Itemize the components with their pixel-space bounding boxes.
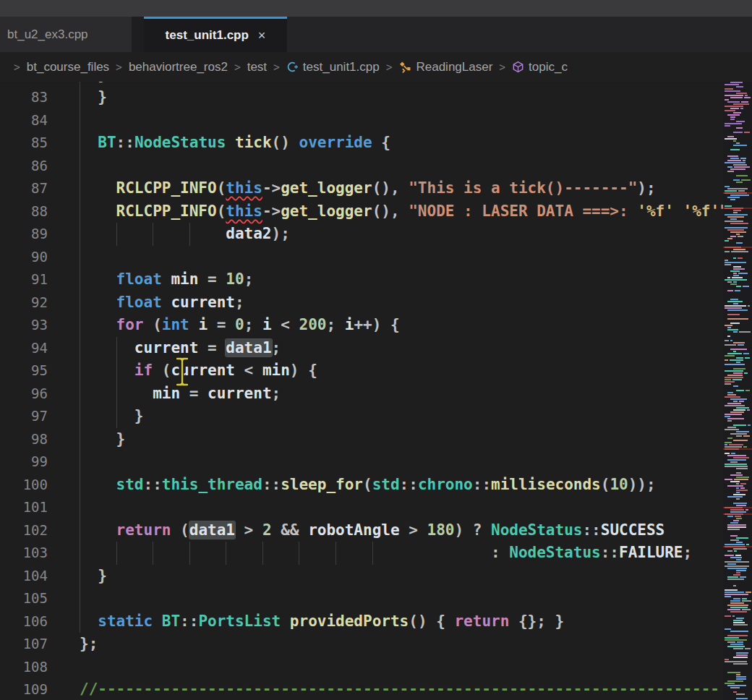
minimap-line — [732, 277, 743, 278]
minimap-line — [730, 158, 739, 159]
code-line[interactable]: 95 if (current < min) { — [0, 359, 723, 383]
minimap-line — [738, 344, 745, 346]
minimap-line — [730, 522, 738, 524]
minimap-line — [736, 435, 742, 437]
minimap-line — [748, 424, 751, 426]
minimap-line — [725, 307, 742, 309]
code-line[interactable]: 104 } — [0, 565, 723, 588]
class-icon — [398, 61, 411, 73]
minimap-line — [727, 353, 742, 354]
minimap-line — [725, 589, 738, 591]
breadcrumb-item-test[interactable]: test — [247, 60, 267, 74]
code-line[interactable]: 86 — [0, 155, 723, 178]
code-line[interactable]: 93 for (int i = 0; i < 200; i++) { — [0, 314, 723, 337]
minimap-line — [733, 372, 743, 374]
minimap-line — [725, 381, 735, 383]
breadcrumb-item-topic-c[interactable]: topic_c — [512, 60, 568, 74]
minimap-line — [736, 537, 748, 539]
minimap-line — [727, 314, 740, 315]
code-line[interactable]: 108 — [0, 656, 723, 679]
minimap-line — [725, 190, 737, 192]
minimap-line — [725, 186, 730, 187]
code-line[interactable]: 83 } — [0, 86, 723, 109]
code-line[interactable]: 106 static BT::PortsList providedPorts()… — [0, 610, 723, 633]
minimap-line — [733, 401, 738, 402]
breadcrumb: >bt_course_files>behaviortree_ros2>test>… — [0, 52, 752, 82]
code-line[interactable]: 109//-----------------------------------… — [0, 678, 723, 700]
minimap-line — [730, 611, 747, 612]
minimap-line — [725, 416, 730, 417]
field-icon — [512, 61, 524, 73]
minimap-line — [725, 205, 732, 207]
minimap-line — [727, 216, 744, 218]
minimap-line — [736, 693, 745, 695]
minimap-line — [725, 359, 728, 361]
indent-guide — [80, 587, 80, 610]
minimap-line — [738, 236, 743, 237]
line-number: 95 — [0, 359, 48, 383]
code-line[interactable]: 101 — [0, 496, 723, 519]
minimap-line — [727, 101, 740, 103]
minimap-line — [733, 691, 737, 693]
code-line[interactable]: 107}; — [0, 633, 723, 656]
code-line[interactable]: 105 — [0, 587, 723, 610]
breadcrumb-item-behaviortree-ros2[interactable]: behaviortree_ros2 — [129, 60, 228, 74]
minimap[interactable] — [723, 82, 752, 700]
minimap-line — [725, 637, 739, 639]
minimap-line — [725, 227, 748, 229]
minimap-line — [725, 442, 732, 443]
line-number: 105 — [0, 587, 48, 610]
close-tab-icon[interactable]: × — [258, 28, 266, 43]
minimap-line — [744, 97, 751, 98]
code-line[interactable]: 97 } — [0, 405, 723, 428]
code-line[interactable]: 88 RCLCPP_INFO(this->get_logger(), "NODE… — [0, 200, 723, 223]
minimap-line — [733, 249, 745, 250]
minimap-line — [732, 379, 742, 380]
minimap-line — [741, 101, 748, 103]
code-line[interactable]: 85 BT::NodeStatus tick() override { — [0, 132, 723, 155]
minimap-line — [748, 305, 750, 307]
minimap-line — [725, 639, 747, 641]
code-line[interactable]: 100 std::this_thread::sleep_for(std::chr… — [0, 474, 723, 497]
code-line[interactable]: 90 — [0, 246, 723, 269]
minimap-line — [736, 407, 749, 409]
code-line[interactable]: 89 data2); — [0, 223, 723, 246]
breadcrumb-item-test-unit1-cpp[interactable]: test_unit1.cpp — [286, 60, 380, 74]
minimap-line — [733, 132, 743, 133]
minimap-line — [730, 607, 748, 608]
minimap-line — [725, 429, 739, 430]
minimap-line — [730, 323, 740, 324]
code-line[interactable]: 102 return (data1 > 2 && robotAngle > 18… — [0, 519, 723, 542]
line-number: 101 — [0, 496, 48, 519]
minimap-line — [727, 576, 738, 578]
code-line[interactable]: 103 : NodeStatus::FAILURE; — [0, 542, 723, 565]
breadcrumb-item-bt-course-files[interactable]: bt_course_files — [27, 60, 109, 74]
vscode-window: bt_u2_ex3.cpp test_unit1.cpp × >bt_cours… — [0, 0, 752, 700]
minimap-line — [736, 242, 743, 244]
minimap-line — [733, 657, 748, 658]
code-line[interactable]: 94 current = data1; — [0, 337, 723, 360]
minimap-line — [733, 103, 749, 105]
minimap-line — [733, 273, 737, 274]
breadcrumb-item-readinglaser[interactable]: ReadingLaser — [398, 60, 492, 74]
line-number: 89 — [0, 223, 48, 246]
title-bar — [0, 0, 752, 17]
code-line[interactable]: 87 RCLCPP_INFO(this->get_logger(), "This… — [0, 177, 723, 200]
minimap-line — [736, 559, 741, 560]
code-line[interactable]: 92 float current; — [0, 291, 723, 315]
indent-guide — [80, 451, 80, 474]
indent-guide — [80, 155, 80, 178]
editor-code-area[interactable]: 82 } );83 }8485 BT::NodeStatus tick() ov… — [0, 82, 723, 700]
code-line[interactable]: 91 float min = 10; — [0, 268, 723, 291]
line-number: 98 — [0, 428, 48, 451]
minimap-line — [727, 529, 740, 530]
tab-test-unit1[interactable]: test_unit1.cpp × — [144, 17, 287, 52]
code-line[interactable]: 96 min = current; — [0, 383, 723, 406]
tab-bt-u2-ex3[interactable]: bt_u2_ex3.cpp — [0, 17, 132, 52]
code-line[interactable]: 84 — [0, 109, 723, 132]
minimap-line — [743, 353, 748, 354]
code-line[interactable]: 99 — [0, 451, 723, 474]
code-line[interactable]: 98 } — [0, 428, 723, 451]
minimap-line — [737, 641, 743, 643]
minimap-line — [727, 427, 736, 428]
